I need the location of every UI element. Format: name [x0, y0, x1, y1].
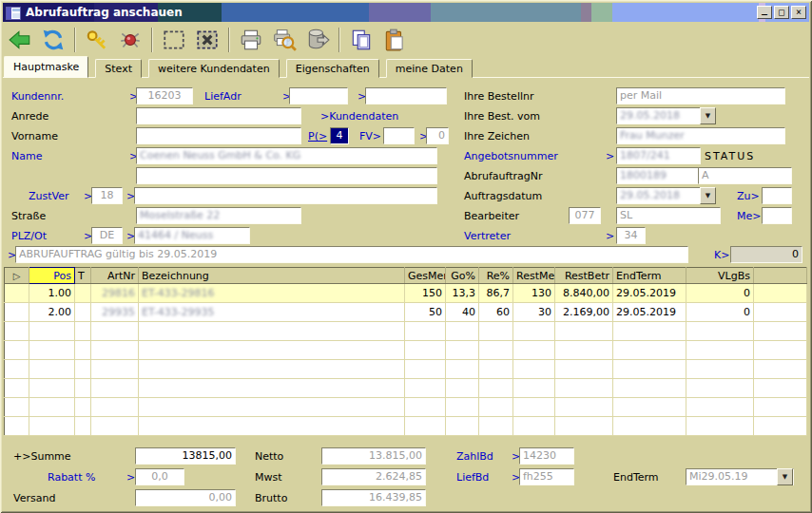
- cell-marker: [5, 303, 29, 322]
- col-header-artnr[interactable]: ArtNr: [91, 268, 139, 284]
- me-field[interactable]: [762, 207, 792, 224]
- bearbeiter-code-field[interactable]: 077: [569, 207, 601, 224]
- table-row-empty[interactable]: [5, 379, 807, 398]
- kundendaten-link[interactable]: >Kundendaten: [320, 110, 398, 123]
- col-header-go[interactable]: Go%: [446, 268, 479, 284]
- auftragsdatum-field[interactable]: 29.05.2018: [616, 187, 701, 204]
- paste-icon[interactable]: [382, 28, 407, 52]
- delete-rect-icon[interactable]: [195, 28, 220, 52]
- name-field[interactable]: Coenen Neuss GmbH & Co. KG: [136, 147, 437, 164]
- col-header-endterm[interactable]: EndTerm: [613, 268, 686, 284]
- close-button[interactable]: ×: [791, 6, 806, 19]
- table-row-empty[interactable]: [5, 322, 807, 341]
- col-header-t[interactable]: T: [75, 268, 91, 284]
- mwst-label: Mwst: [255, 471, 282, 484]
- vertreter-label[interactable]: Vertreter: [464, 230, 511, 242]
- plzot-field[interactable]: 41464 / Neuss: [134, 227, 250, 244]
- zustver-label[interactable]: ZustVer: [29, 190, 69, 202]
- back-icon[interactable]: [8, 28, 32, 52]
- col-header-gesmen[interactable]: GesMen: [405, 268, 446, 284]
- select-rect-icon[interactable]: [162, 28, 186, 52]
- angebotsnummer-label[interactable]: Angebotsnummer: [464, 150, 558, 162]
- anrede-field[interactable]: [136, 107, 301, 124]
- zahlbd-label[interactable]: ZahlBd: [456, 450, 493, 463]
- strasse-label: Straße: [11, 210, 46, 222]
- minimize-button[interactable]: _: [757, 6, 772, 19]
- me-label[interactable]: Me>: [737, 210, 761, 222]
- cell-t: [75, 303, 91, 322]
- col-header-vlgbs[interactable]: VLgBs: [686, 268, 754, 284]
- table-row[interactable]: 1.00 29816 ET-433-29816 150 13,3 86,7 13…: [5, 284, 807, 303]
- zustver-code-field[interactable]: 18: [91, 187, 123, 204]
- table-row-empty[interactable]: [5, 341, 807, 360]
- vorname-field[interactable]: [136, 127, 301, 144]
- col-header-bezeichnung[interactable]: Bezeichnung: [139, 268, 405, 284]
- pc-label[interactable]: P(>: [308, 130, 327, 142]
- abrufauftragnr-field[interactable]: 1800189: [616, 167, 701, 184]
- fv-label[interactable]: FV>: [359, 130, 381, 142]
- vertreter-field[interactable]: 34: [616, 227, 646, 244]
- ihre-best-vom-field[interactable]: 29.05.2018: [616, 107, 701, 124]
- strasse-field[interactable]: Moselstraße 22: [136, 207, 301, 224]
- tab-meine-daten[interactable]: meine Daten: [386, 59, 473, 78]
- ihre-zeichen-field[interactable]: Frau Munzer: [616, 127, 785, 144]
- plz-country-field[interactable]: DE: [91, 227, 123, 244]
- status-field[interactable]: A: [698, 167, 792, 184]
- liefadr-field-1[interactable]: [289, 87, 348, 104]
- mwst-field[interactable]: 2.624,85: [321, 468, 426, 485]
- angebotsnummer-field[interactable]: 1807/241: [616, 147, 701, 164]
- netto-field[interactable]: 13.815,00: [321, 447, 426, 465]
- auftragsdatum-dropdown-icon[interactable]: ▼: [700, 187, 716, 204]
- kundennr-label[interactable]: Kundennr.: [11, 90, 64, 103]
- ihre-bestellnr-field[interactable]: per Mail: [616, 87, 785, 104]
- versand-field[interactable]: 0,00: [135, 489, 236, 506]
- copy-icon[interactable]: [349, 28, 374, 52]
- db-export-icon[interactable]: [305, 28, 330, 52]
- cell-pos: 2.00: [29, 303, 75, 322]
- name-field-2[interactable]: [136, 167, 437, 184]
- col-header-restme[interactable]: RestMe: [513, 268, 555, 284]
- rabatt-field[interactable]: 0,0: [135, 468, 184, 485]
- zahlbd-field[interactable]: 14230: [519, 447, 574, 465]
- col-header-restbetr[interactable]: RestBetr: [555, 268, 613, 284]
- kundennr-field[interactable]: 16203: [136, 87, 193, 104]
- fv-extra-field[interactable]: 0: [426, 127, 449, 144]
- table-row-empty[interactable]: [5, 398, 807, 417]
- zustver-field[interactable]: [134, 187, 437, 204]
- zu-label[interactable]: Zu>: [737, 190, 760, 202]
- tab-hauptmaske[interactable]: Hauptmaske: [4, 56, 88, 78]
- table-row-empty[interactable]: [5, 360, 807, 379]
- key-icon[interactable]: [85, 28, 109, 52]
- plzot-label[interactable]: PLZ/Ot: [11, 230, 47, 242]
- tab-eigenschaften[interactable]: Eigenschaften: [286, 59, 379, 78]
- table-row[interactable]: 2.00 29935 ET-433-29935 50 40 60 30 2.16…: [5, 303, 807, 322]
- k-label[interactable]: K>: [714, 249, 729, 261]
- liefbd-field[interactable]: fh255: [519, 468, 574, 485]
- print-preview-icon[interactable]: [272, 28, 297, 52]
- tab-weitere-kundendaten[interactable]: weitere Kundendaten: [148, 59, 280, 78]
- liefadr-field-2[interactable]: [365, 87, 447, 104]
- spider-icon[interactable]: [118, 28, 143, 52]
- tab-stext[interactable]: Stext: [95, 59, 142, 78]
- bearbeiter-field[interactable]: SL: [616, 207, 721, 224]
- k-field[interactable]: 0: [730, 246, 802, 263]
- summe-field[interactable]: 13815,00: [135, 447, 236, 465]
- endterm-dropdown-icon[interactable]: ▼: [777, 468, 793, 485]
- fv-field[interactable]: [383, 127, 415, 144]
- liefadr-label[interactable]: LiefAdr: [204, 90, 242, 103]
- positions-table: ▷ Pos T ArtNr Bezeichnung GesMen Go% Re%…: [4, 267, 807, 436]
- rabatt-label[interactable]: Rabatt %: [48, 471, 95, 484]
- zu-field[interactable]: [762, 187, 792, 204]
- brutto-field[interactable]: 16.439,85: [321, 489, 426, 506]
- liefbd-label[interactable]: LiefBd: [456, 471, 489, 484]
- table-row-empty[interactable]: [5, 417, 807, 436]
- col-header-re[interactable]: Re%: [479, 268, 513, 284]
- pc-field[interactable]: 4: [330, 127, 349, 144]
- refresh-icon[interactable]: [41, 28, 66, 52]
- validity-field[interactable]: ABRUFAUFTRAG gültig bis 29.05.2019: [15, 246, 688, 263]
- maximize-button[interactable]: □: [774, 6, 789, 19]
- print-icon[interactable]: [239, 28, 263, 52]
- ihre-best-vom-dropdown-icon[interactable]: ▼: [700, 107, 716, 124]
- name-label[interactable]: Name: [11, 150, 42, 162]
- col-header-pos[interactable]: Pos: [29, 268, 75, 284]
